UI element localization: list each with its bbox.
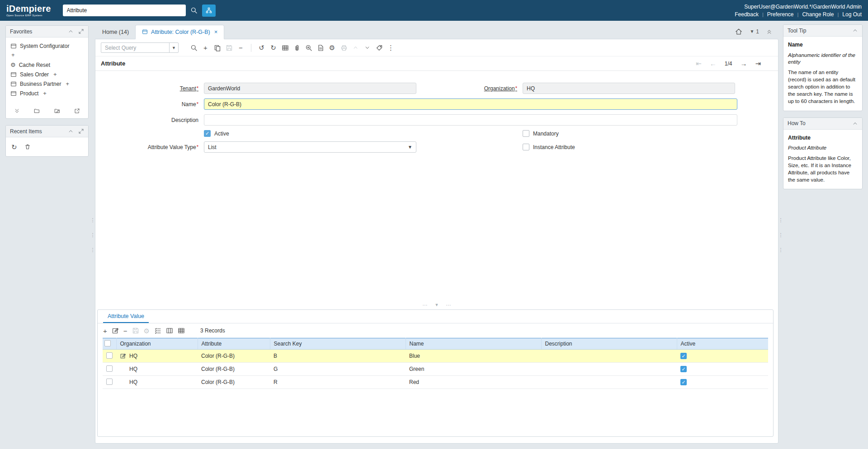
- folder-icon[interactable]: [34, 108, 40, 114]
- column-layout-icon[interactable]: [166, 327, 173, 334]
- expand-all-icon[interactable]: [14, 108, 20, 114]
- cell-name[interactable]: Green: [406, 363, 541, 376]
- undo-icon[interactable]: ↺: [258, 44, 265, 51]
- change-role-link[interactable]: Change Role: [802, 11, 834, 18]
- tab-attribute-value[interactable]: Attribute Value: [103, 310, 149, 323]
- left-splitter[interactable]: ⋮⋮⋮: [90, 21, 95, 449]
- description-field[interactable]: [204, 114, 737, 126]
- active-checkbox[interactable]: [680, 379, 687, 385]
- row-checkbox[interactable]: [106, 365, 113, 372]
- organization-field[interactable]: [523, 83, 735, 94]
- save-icon[interactable]: [225, 44, 233, 51]
- cell-search-key[interactable]: B: [270, 350, 406, 363]
- cell-name[interactable]: Blue: [406, 350, 541, 363]
- chevron-down-icon[interactable]: ▼: [169, 43, 178, 52]
- expand-panel-icon[interactable]: [78, 28, 84, 34]
- cell-name[interactable]: Red: [406, 376, 541, 389]
- right-splitter[interactable]: ⋮⋮⋮: [778, 21, 783, 449]
- search-input[interactable]: [63, 5, 186, 16]
- sidebar-item-product[interactable]: Product +: [9, 89, 85, 98]
- mandatory-checkbox[interactable]: [523, 130, 529, 137]
- label-tag-icon[interactable]: [375, 44, 383, 51]
- save-icon[interactable]: [132, 327, 139, 334]
- first-record-icon[interactable]: ⇤: [696, 60, 702, 67]
- new-record-icon[interactable]: +: [103, 327, 107, 334]
- cell-attribute[interactable]: Color (R-G-B): [198, 363, 270, 376]
- table-row[interactable]: HQ Color (R-G-B) G Green: [103, 363, 768, 376]
- expand-node-icon[interactable]: +: [53, 71, 57, 78]
- process-gear-icon[interactable]: ⚙: [328, 44, 336, 51]
- delete-record-icon[interactable]: −: [123, 327, 127, 334]
- preference-link[interactable]: Preference: [767, 11, 794, 18]
- more-options-icon[interactable]: ⋮: [387, 44, 395, 51]
- cell-attribute[interactable]: Color (R-G-B): [198, 350, 270, 363]
- cell-description[interactable]: [541, 363, 677, 376]
- cell-search-key[interactable]: R: [270, 376, 406, 389]
- tenant-field[interactable]: [204, 83, 416, 94]
- copy-record-icon[interactable]: [213, 44, 221, 51]
- cell-description[interactable]: [541, 376, 677, 389]
- share-icon[interactable]: [74, 108, 80, 114]
- horizontal-splitter[interactable]: ⋯▼⋯: [95, 301, 778, 309]
- print-icon[interactable]: [340, 44, 348, 51]
- collapse-icon[interactable]: [68, 128, 74, 134]
- table-row[interactable]: HQ Color (R-G-B) B Blue: [103, 350, 768, 363]
- active-checkbox[interactable]: [680, 366, 687, 372]
- expand-node-icon[interactable]: +: [66, 80, 69, 87]
- close-tab-icon[interactable]: ×: [214, 28, 218, 35]
- new-record-icon[interactable]: +: [202, 44, 209, 51]
- next-record-icon[interactable]: →: [740, 60, 747, 67]
- parent-record-icon[interactable]: [352, 45, 359, 51]
- active-checkbox[interactable]: [204, 130, 211, 137]
- checklist-icon[interactable]: [154, 327, 161, 334]
- grid-toggle-icon[interactable]: [281, 44, 289, 51]
- open-windows-count[interactable]: ▼1: [750, 28, 759, 35]
- attachment-icon[interactable]: [293, 44, 301, 51]
- app-logo[interactable]: iDempiere Open Source ERP System: [6, 4, 51, 17]
- select-all-cell[interactable]: [103, 338, 116, 350]
- sidebar-item-business-partner[interactable]: Business Partner +: [9, 79, 85, 89]
- zoom-across-icon[interactable]: [305, 44, 312, 51]
- favorites-add-target[interactable]: +: [9, 51, 85, 60]
- sidebar-item-sales-order[interactable]: Sales Order +: [9, 70, 85, 79]
- col-search-key[interactable]: Search Key: [270, 338, 406, 350]
- last-record-icon[interactable]: ⇥: [755, 60, 761, 67]
- expand-panel-icon[interactable]: [78, 128, 84, 134]
- select-all-checkbox[interactable]: [104, 340, 111, 346]
- col-description[interactable]: Description: [541, 338, 677, 350]
- sidebar-item-system-configurator[interactable]: System Configurator: [9, 41, 85, 51]
- menu-lookup-button[interactable]: [202, 5, 216, 17]
- report-icon[interactable]: [316, 44, 324, 51]
- name-field[interactable]: [204, 98, 737, 110]
- grid-toggle-icon[interactable]: [178, 327, 185, 334]
- attribute-value-type-dropdown[interactable]: List ▼: [204, 141, 416, 153]
- feedback-link[interactable]: Feedback: [735, 11, 759, 18]
- table-row[interactable]: HQ Color (R-G-B) R Red: [103, 376, 768, 389]
- folder-edit-icon[interactable]: [54, 108, 60, 114]
- collapse-all-icon[interactable]: [766, 29, 772, 35]
- col-active[interactable]: Active: [677, 338, 768, 350]
- expand-node-icon[interactable]: +: [43, 90, 47, 97]
- sidebar-item-cache-reset[interactable]: ⚙ Cache Reset: [9, 60, 85, 70]
- collapse-icon[interactable]: [852, 28, 858, 33]
- home-icon[interactable]: [735, 28, 742, 35]
- col-organization[interactable]: Organization: [116, 338, 198, 350]
- select-query-combobox[interactable]: Select Query ▼: [101, 42, 179, 53]
- refresh-icon[interactable]: ↻: [11, 144, 17, 150]
- active-checkbox[interactable]: [680, 353, 687, 359]
- logout-link[interactable]: Log Out: [842, 11, 862, 18]
- cell-search-key[interactable]: G: [270, 363, 406, 376]
- refresh-icon[interactable]: ↻: [269, 44, 277, 51]
- instance-attribute-checkbox[interactable]: [523, 144, 529, 150]
- delete-record-icon[interactable]: −: [237, 44, 245, 51]
- search-icon[interactable]: [190, 7, 198, 14]
- col-attribute[interactable]: Attribute: [198, 338, 270, 350]
- edit-row-icon[interactable]: [120, 353, 129, 359]
- row-checkbox[interactable]: [106, 352, 113, 359]
- previous-record-icon[interactable]: ←: [710, 60, 717, 67]
- cell-attribute[interactable]: Color (R-G-B): [198, 376, 270, 389]
- customize-gear-icon[interactable]: ⚙: [144, 327, 150, 334]
- find-icon[interactable]: [190, 44, 198, 51]
- row-checkbox[interactable]: [106, 379, 113, 385]
- col-name[interactable]: Name: [406, 338, 541, 350]
